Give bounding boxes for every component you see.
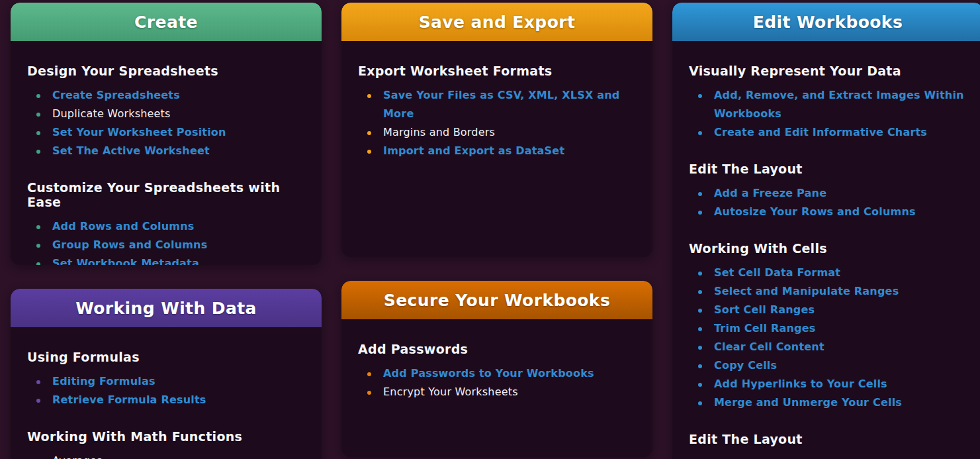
item-link[interactable]: Set Your Worksheet Position — [52, 126, 226, 138]
section-heading: Working With Math Functions — [27, 429, 306, 444]
card-section: Add Passwords Add Passwords to Your Work… — [358, 342, 637, 401]
item-link[interactable]: Trim Cell Ranges — [714, 322, 815, 334]
list-item: Margins and Borders — [366, 123, 637, 142]
item-list: Save Your Files as CSV, XML, XLSX and Mo… — [358, 86, 637, 160]
card-section: Edit The Layout Add a Freeze PaneAutosiz… — [689, 162, 967, 221]
card-header: Working With Data — [11, 289, 322, 327]
item-list: Averages — [27, 452, 306, 459]
item-list: Add Rows and ColumnsGroup Rows and Colum… — [27, 217, 306, 265]
card-header: Edit Workbooks — [672, 3, 980, 41]
list-item: Add Passwords to Your Workbooks — [366, 364, 637, 383]
cards-grid: Create Design Your Spreadsheets Create S… — [0, 0, 980, 459]
card-title: Save and Export — [419, 13, 576, 32]
item-link[interactable]: Editing Formulas — [52, 375, 156, 387]
item-list: Add Passwords to Your WorkbooksEncrypt Y… — [358, 364, 637, 401]
list-item: Select and Manipulate Ranges — [697, 282, 967, 301]
list-item: Duplicate Worksheets — [35, 105, 306, 123]
section-heading: Edit The Layout — [689, 432, 967, 446]
card-section: Customize Your Spreadsheets with Ease Ad… — [27, 180, 306, 265]
list-item: Trim Cell Ranges — [697, 319, 967, 338]
list-item: Editing Formulas — [35, 372, 306, 391]
item-label: Encrypt Your Worksheets — [383, 385, 518, 398]
card-title: Secure Your Workbooks — [384, 291, 610, 310]
card-body: Visually Represent Your Data Add, Remove… — [672, 41, 980, 459]
item-label: Margins and Borders — [383, 126, 495, 138]
section-heading: Working With Cells — [689, 241, 967, 256]
item-link[interactable]: Create and Edit Informative Charts — [714, 126, 927, 138]
list-item: Add, Remove, and Extract Images Within W… — [697, 86, 967, 123]
item-link[interactable]: Group Rows and Columns — [52, 238, 207, 251]
list-item: Set Cell Data Format — [697, 264, 967, 282]
card-title: Working With Data — [75, 299, 257, 318]
item-link[interactable]: Set The Active Worksheet — [52, 144, 210, 157]
item-link[interactable]: Import and Export as DataSet — [383, 144, 564, 157]
section-heading: Export Worksheet Formats — [358, 64, 637, 78]
list-item: Add Rows and Columns — [35, 217, 306, 236]
card-section: Design Your Spreadsheets Create Spreadsh… — [27, 64, 306, 160]
section-heading: Design Your Spreadsheets — [27, 64, 306, 78]
card-section: Working With Math Functions Averages — [27, 429, 306, 459]
item-link[interactable]: Select and Manipulate Ranges — [714, 285, 899, 297]
item-link[interactable]: Save Your Files as CSV, XML, XLSX and Mo… — [383, 89, 620, 120]
card-body: Design Your Spreadsheets Create Spreadsh… — [11, 41, 322, 265]
item-link[interactable]: Add a Freeze Pane — [714, 187, 826, 199]
item-link[interactable]: Merge and Unmerge Your Cells — [714, 396, 902, 409]
item-list: Create SpreadsheetsDuplicate WorksheetsS… — [27, 86, 306, 160]
card-section: Using Formulas Editing FormulasRetrieve … — [27, 350, 306, 409]
list-item: Encrypt Your Worksheets — [366, 383, 637, 401]
item-link[interactable]: Set Workbook Metadata — [52, 257, 199, 265]
list-item: Autosize Your Rows and Columns — [697, 203, 967, 221]
list-item: Averages — [35, 452, 306, 459]
card-save-export: Save and Export Export Worksheet Formats… — [341, 3, 652, 257]
section-heading: Using Formulas — [27, 350, 306, 364]
list-item: Create and Edit Informative Charts — [697, 123, 967, 142]
card-edit-workbooks: Edit Workbooks Visually Represent Your D… — [672, 3, 980, 459]
card-section: Working With Cells Set Cell Data FormatS… — [689, 241, 967, 412]
section-heading: Add Passwords — [358, 342, 637, 356]
card-header: Create — [11, 3, 322, 41]
list-item: Add a Freeze Pane — [697, 184, 967, 203]
list-item: Add Hyperlinks to Your Cells — [697, 375, 967, 393]
section-heading: Visually Represent Your Data — [689, 64, 967, 78]
list-item: Clear Cell Content — [697, 338, 967, 356]
list-item: Set The Active Worksheet — [35, 142, 306, 160]
card-section: Edit The Layout Set Custom Cell FontsSet… — [689, 432, 967, 459]
list-item: Copy Cells — [697, 356, 967, 375]
card-create: Create Design Your Spreadsheets Create S… — [11, 3, 322, 265]
section-heading: Customize Your Spreadsheets with Ease — [27, 180, 306, 209]
item-link[interactable]: Add Passwords to Your Workbooks — [383, 367, 594, 380]
list-item: Create Spreadsheets — [35, 86, 306, 105]
list-item: Set Your Worksheet Position — [35, 123, 306, 142]
card-section: Visually Represent Your Data Add, Remove… — [689, 64, 967, 142]
card-header: Save and Export — [341, 3, 652, 41]
item-link[interactable]: Create Spreadsheets — [52, 89, 180, 101]
item-link[interactable]: Clear Cell Content — [714, 340, 824, 353]
item-link[interactable]: Copy Cells — [714, 359, 777, 372]
item-list: Set Cell Data FormatSelect and Manipulat… — [689, 264, 967, 412]
column-middle: Save and Export Export Worksheet Formats… — [341, 3, 652, 457]
item-label: Duplicate Worksheets — [52, 107, 171, 120]
list-item: Merge and Unmerge Your Cells — [697, 393, 967, 412]
list-item: Set Custom Cell Fonts — [697, 454, 967, 459]
item-list: Editing FormulasRetrieve Formula Results — [27, 372, 306, 409]
item-link[interactable]: Sort Cell Ranges — [714, 303, 815, 316]
list-item: Retrieve Formula Results — [35, 391, 306, 409]
card-body: Export Worksheet Formats Save Your Files… — [341, 41, 652, 174]
item-list: Set Custom Cell FontsSet Cell Borders an… — [689, 454, 967, 459]
item-link[interactable]: Add Rows and Columns — [52, 220, 194, 232]
card-section: Export Worksheet Formats Save Your Files… — [358, 64, 637, 160]
section-heading: Edit The Layout — [689, 162, 967, 176]
card-body: Add Passwords Add Passwords to Your Work… — [341, 319, 652, 415]
item-list: Add a Freeze PaneAutosize Your Rows and … — [689, 184, 967, 221]
item-link[interactable]: Autosize Your Rows and Columns — [714, 205, 916, 218]
list-item: Set Workbook Metadata — [35, 254, 306, 265]
item-link[interactable]: Retrieve Formula Results — [52, 393, 206, 406]
item-link[interactable]: Add Hyperlinks to Your Cells — [714, 378, 887, 390]
list-item: Save Your Files as CSV, XML, XLSX and Mo… — [366, 86, 637, 123]
card-working-with-data: Working With Data Using Formulas Editing… — [11, 289, 322, 459]
list-item: Import and Export as DataSet — [366, 142, 637, 160]
item-link[interactable]: Set Cell Data Format — [714, 266, 840, 279]
item-label: Averages — [52, 454, 103, 459]
item-link[interactable]: Add, Remove, and Extract Images Within W… — [714, 89, 964, 120]
column-left: Create Design Your Spreadsheets Create S… — [11, 3, 322, 459]
